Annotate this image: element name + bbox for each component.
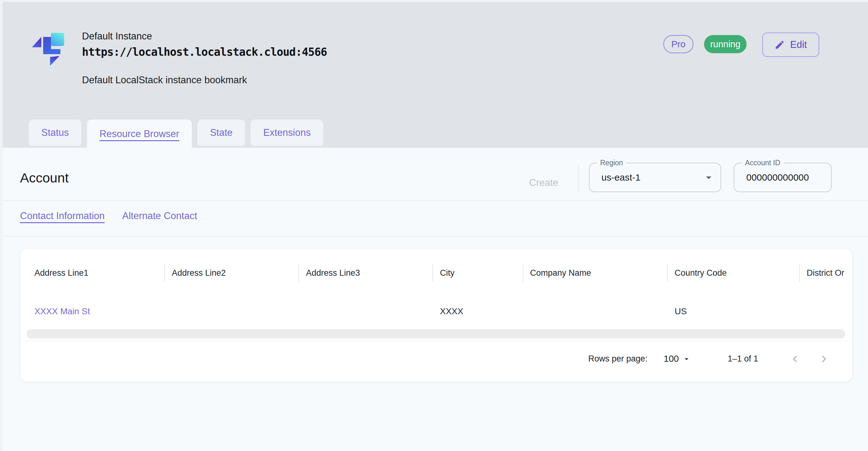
rows-per-page-value: 100 [664,354,679,364]
rows-per-page-label: Rows per page: [588,354,647,364]
horizontal-scrollbar[interactable] [27,329,845,339]
cell-country-code: US [667,302,799,321]
arrow-drop-down-icon [703,171,715,184]
cell-city: XXXX [432,302,523,321]
account-id-field[interactable]: Account ID 000000000000 [734,163,832,192]
column-header-address-line2[interactable]: Address Line2 [164,264,299,282]
edit-button-label: Edit [790,39,807,50]
region-select[interactable]: Region us-east-1 [589,163,721,192]
cell-address-line3 [299,302,432,321]
account-id-value: 000000000000 [746,163,809,191]
arrow-drop-down-icon [682,354,691,364]
chevron-right-icon [817,352,831,366]
column-separator [299,264,299,282]
region-select-value: us-east-1 [601,163,641,191]
instance-description: Default LocalStack instance bookmark [82,74,247,86]
column-separator [164,264,165,282]
account-subtab-bar: Contact Information Alternate Contact [20,208,197,224]
column-header-district-or[interactable]: District Or [799,264,852,282]
column-header-city[interactable]: City [432,264,523,282]
tab-state[interactable]: State [197,120,245,146]
cell-address-line2 [164,302,299,321]
tab-extensions[interactable]: Extensions [251,120,323,146]
subtab-contact-information[interactable]: Contact Information [20,208,105,224]
divider-subtabs [2,236,868,237]
column-header-company-name[interactable]: Company Name [523,264,667,282]
column-header-country-code[interactable]: Country Code [667,264,799,282]
rows-per-page-select[interactable]: 100 [664,354,691,364]
next-page-button[interactable] [816,351,832,367]
window-edge-left [0,0,2,451]
pencil-icon [774,39,785,50]
table-pagination: Rows per page: 100 1–1 of 1 [20,339,852,379]
create-button[interactable]: Create [529,177,558,188]
resource-page-title: Account [20,170,68,186]
chevron-left-icon [788,352,802,366]
subtab-alternate-contact[interactable]: Alternate Contact [122,208,197,224]
instance-name: Default Instance [82,31,152,42]
pro-badge: Pro [663,35,693,53]
column-separator [799,264,800,282]
pagination-range-label: 1–1 of 1 [727,354,758,364]
tab-resource-browser[interactable]: Resource Browser [87,120,192,148]
status-badge: running [704,35,747,53]
tab-status[interactable]: Status [29,120,81,146]
localstack-instance-page: Default Instance https://localhost.local… [0,0,868,451]
divider-toolbar [2,200,868,201]
contact-information-table-card: Address Line1 Address Line2 Address Line… [20,248,852,382]
column-header-address-line3[interactable]: Address Line3 [299,264,432,282]
column-header-address-line1[interactable]: Address Line1 [20,264,164,282]
localstack-logo-icon [30,30,73,67]
cell-address-line1-link[interactable]: XXXX Main St [20,302,164,321]
cell-company-name [523,302,667,321]
window-edge-top [0,0,868,2]
edit-instance-button[interactable]: Edit [762,33,819,57]
column-separator [523,264,523,282]
column-separator [432,264,433,282]
previous-page-button[interactable] [787,351,803,367]
column-separator [667,264,668,282]
toolbar-divider [578,166,579,192]
instance-tab-bar: Status Resource Browser State Extensions [29,120,323,148]
cell-district-or [799,302,852,321]
instance-endpoint-url: https://localhost.localstack.cloud:4566 [82,46,327,58]
